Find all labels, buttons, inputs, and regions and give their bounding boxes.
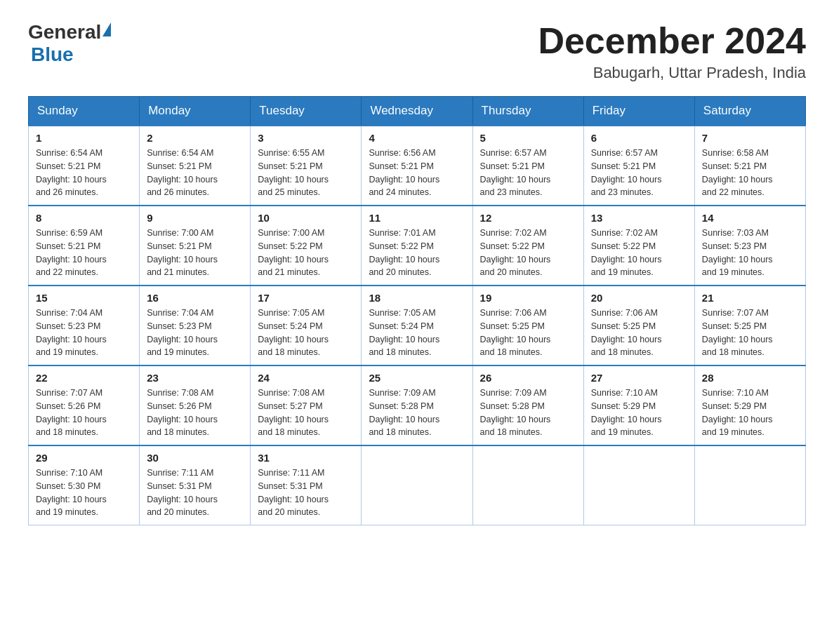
calendar-cell: 25Sunrise: 7:09 AM Sunset: 5:28 PM Dayli… (362, 365, 472, 445)
day-info: Sunrise: 7:04 AM Sunset: 5:23 PM Dayligh… (147, 307, 243, 359)
logo-general-text: General (28, 21, 101, 43)
day-info: Sunrise: 7:01 AM Sunset: 5:22 PM Dayligh… (369, 227, 465, 279)
day-info: Sunrise: 7:04 AM Sunset: 5:23 PM Dayligh… (36, 307, 132, 359)
day-info: Sunrise: 7:11 AM Sunset: 5:31 PM Dayligh… (258, 467, 354, 519)
day-info: Sunrise: 6:57 AM Sunset: 5:21 PM Dayligh… (591, 147, 687, 199)
calendar-day-header: Monday (140, 97, 251, 126)
calendar-cell: 5Sunrise: 6:57 AM Sunset: 5:21 PM Daylig… (472, 126, 583, 206)
calendar-cell: 20Sunrise: 7:06 AM Sunset: 5:25 PM Dayli… (583, 286, 694, 365)
day-number: 8 (36, 212, 132, 224)
day-number: 28 (702, 372, 798, 384)
main-title: December 2024 (538, 21, 806, 61)
calendar-cell: 28Sunrise: 7:10 AM Sunset: 5:29 PM Dayli… (694, 365, 805, 445)
calendar-cell: 23Sunrise: 7:08 AM Sunset: 5:26 PM Dayli… (140, 365, 251, 445)
calendar-cell: 29Sunrise: 7:10 AM Sunset: 5:30 PM Dayli… (29, 445, 140, 525)
day-number: 26 (480, 372, 576, 384)
day-info: Sunrise: 7:08 AM Sunset: 5:27 PM Dayligh… (258, 387, 354, 439)
calendar-cell: 26Sunrise: 7:09 AM Sunset: 5:28 PM Dayli… (472, 365, 583, 445)
day-info: Sunrise: 7:10 AM Sunset: 5:29 PM Dayligh… (591, 387, 687, 439)
day-number: 3 (258, 132, 354, 144)
calendar-cell: 3Sunrise: 6:55 AM Sunset: 5:21 PM Daylig… (251, 126, 362, 206)
calendar-week-row: 15Sunrise: 7:04 AM Sunset: 5:23 PM Dayli… (29, 286, 806, 365)
calendar-cell (362, 445, 472, 525)
calendar-cell: 14Sunrise: 7:03 AM Sunset: 5:23 PM Dayli… (694, 206, 805, 286)
calendar-day-header: Thursday (472, 97, 583, 126)
logo-arrow-icon (102, 22, 111, 36)
day-info: Sunrise: 7:02 AM Sunset: 5:22 PM Dayligh… (480, 227, 576, 279)
calendar-cell: 4Sunrise: 6:56 AM Sunset: 5:21 PM Daylig… (362, 126, 472, 206)
day-number: 25 (369, 372, 465, 384)
subtitle: Babugarh, Uttar Pradesh, India (538, 64, 806, 82)
day-info: Sunrise: 7:10 AM Sunset: 5:30 PM Dayligh… (36, 467, 132, 519)
logo: General Blue (28, 21, 111, 66)
day-info: Sunrise: 7:08 AM Sunset: 5:26 PM Dayligh… (147, 387, 243, 439)
day-number: 18 (369, 292, 465, 304)
calendar-cell: 13Sunrise: 7:02 AM Sunset: 5:22 PM Dayli… (583, 206, 694, 286)
day-info: Sunrise: 7:00 AM Sunset: 5:21 PM Dayligh… (147, 227, 243, 279)
day-number: 5 (480, 132, 576, 144)
calendar-cell: 16Sunrise: 7:04 AM Sunset: 5:23 PM Dayli… (140, 286, 251, 365)
day-number: 7 (702, 132, 798, 144)
calendar-day-header: Sunday (29, 97, 140, 126)
day-info: Sunrise: 7:06 AM Sunset: 5:25 PM Dayligh… (480, 307, 576, 359)
day-info: Sunrise: 7:09 AM Sunset: 5:28 PM Dayligh… (480, 387, 576, 439)
calendar-cell: 22Sunrise: 7:07 AM Sunset: 5:26 PM Dayli… (29, 365, 140, 445)
day-info: Sunrise: 7:07 AM Sunset: 5:25 PM Dayligh… (702, 307, 798, 359)
calendar-day-header: Friday (583, 97, 694, 126)
day-number: 1 (36, 132, 132, 144)
day-number: 31 (258, 452, 354, 464)
day-info: Sunrise: 6:54 AM Sunset: 5:21 PM Dayligh… (36, 147, 132, 199)
calendar-week-row: 22Sunrise: 7:07 AM Sunset: 5:26 PM Dayli… (29, 365, 806, 445)
calendar-cell: 27Sunrise: 7:10 AM Sunset: 5:29 PM Dayli… (583, 365, 694, 445)
day-number: 30 (147, 452, 243, 464)
calendar-cell (472, 445, 583, 525)
calendar-cell: 15Sunrise: 7:04 AM Sunset: 5:23 PM Dayli… (29, 286, 140, 365)
calendar-cell: 31Sunrise: 7:11 AM Sunset: 5:31 PM Dayli… (251, 445, 362, 525)
day-number: 17 (258, 292, 354, 304)
day-number: 12 (480, 212, 576, 224)
day-number: 4 (369, 132, 465, 144)
day-number: 24 (258, 372, 354, 384)
day-info: Sunrise: 7:11 AM Sunset: 5:31 PM Dayligh… (147, 467, 243, 519)
calendar-cell: 2Sunrise: 6:54 AM Sunset: 5:21 PM Daylig… (140, 126, 251, 206)
calendar-header-row: SundayMondayTuesdayWednesdayThursdayFrid… (29, 97, 806, 126)
day-info: Sunrise: 7:06 AM Sunset: 5:25 PM Dayligh… (591, 307, 687, 359)
day-number: 9 (147, 212, 243, 224)
calendar-cell: 24Sunrise: 7:08 AM Sunset: 5:27 PM Dayli… (251, 365, 362, 445)
day-number: 21 (702, 292, 798, 304)
calendar-cell: 19Sunrise: 7:06 AM Sunset: 5:25 PM Dayli… (472, 286, 583, 365)
day-info: Sunrise: 6:58 AM Sunset: 5:21 PM Dayligh… (702, 147, 798, 199)
calendar-week-row: 1Sunrise: 6:54 AM Sunset: 5:21 PM Daylig… (29, 126, 806, 206)
day-info: Sunrise: 6:59 AM Sunset: 5:21 PM Dayligh… (36, 227, 132, 279)
day-number: 10 (258, 212, 354, 224)
calendar-cell: 6Sunrise: 6:57 AM Sunset: 5:21 PM Daylig… (583, 126, 694, 206)
day-info: Sunrise: 7:00 AM Sunset: 5:22 PM Dayligh… (258, 227, 354, 279)
day-info: Sunrise: 6:54 AM Sunset: 5:21 PM Dayligh… (147, 147, 243, 199)
day-info: Sunrise: 7:03 AM Sunset: 5:23 PM Dayligh… (702, 227, 798, 279)
day-number: 14 (702, 212, 798, 224)
day-info: Sunrise: 6:56 AM Sunset: 5:21 PM Dayligh… (369, 147, 465, 199)
day-info: Sunrise: 7:05 AM Sunset: 5:24 PM Dayligh… (258, 307, 354, 359)
calendar-cell: 21Sunrise: 7:07 AM Sunset: 5:25 PM Dayli… (694, 286, 805, 365)
day-info: Sunrise: 7:05 AM Sunset: 5:24 PM Dayligh… (369, 307, 465, 359)
calendar-week-row: 8Sunrise: 6:59 AM Sunset: 5:21 PM Daylig… (29, 206, 806, 286)
calendar-cell: 7Sunrise: 6:58 AM Sunset: 5:21 PM Daylig… (694, 126, 805, 206)
calendar-cell: 8Sunrise: 6:59 AM Sunset: 5:21 PM Daylig… (29, 206, 140, 286)
day-number: 22 (36, 372, 132, 384)
calendar-cell: 11Sunrise: 7:01 AM Sunset: 5:22 PM Dayli… (362, 206, 472, 286)
calendar-cell: 17Sunrise: 7:05 AM Sunset: 5:24 PM Dayli… (251, 286, 362, 365)
day-number: 6 (591, 132, 687, 144)
logo-blue-text: Blue (31, 43, 74, 66)
day-number: 19 (480, 292, 576, 304)
calendar-day-header: Wednesday (362, 97, 472, 126)
day-info: Sunrise: 7:09 AM Sunset: 5:28 PM Dayligh… (369, 387, 465, 439)
calendar-cell: 30Sunrise: 7:11 AM Sunset: 5:31 PM Dayli… (140, 445, 251, 525)
day-number: 16 (147, 292, 243, 304)
calendar-cell (583, 445, 694, 525)
title-block: December 2024 Babugarh, Uttar Pradesh, I… (538, 21, 806, 82)
calendar-cell: 9Sunrise: 7:00 AM Sunset: 5:21 PM Daylig… (140, 206, 251, 286)
calendar-day-header: Tuesday (251, 97, 362, 126)
day-number: 20 (591, 292, 687, 304)
day-number: 11 (369, 212, 465, 224)
day-number: 2 (147, 132, 243, 144)
